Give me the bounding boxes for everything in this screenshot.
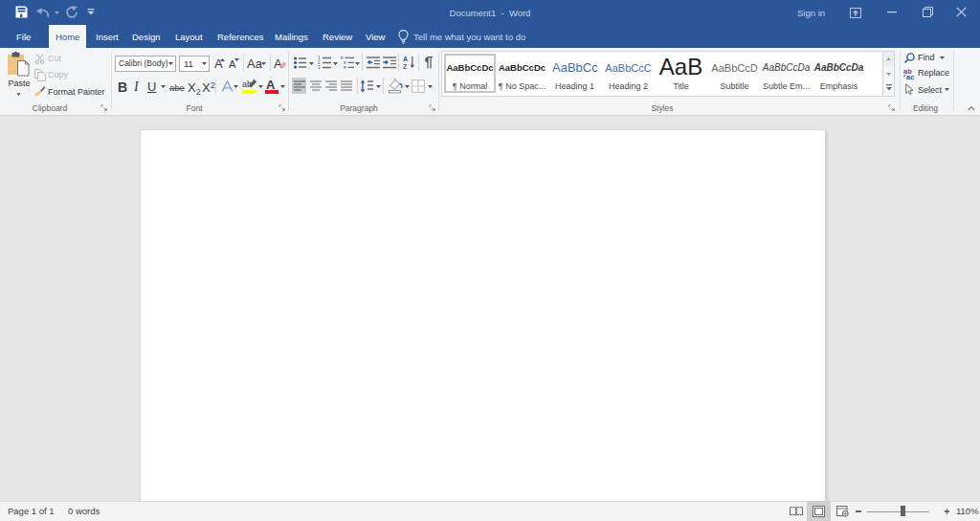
svg-text:Z: Z <box>403 63 408 69</box>
svg-text:3: 3 <box>318 65 321 69</box>
svg-text:ac: ac <box>906 73 914 79</box>
svg-text:A: A <box>403 56 408 62</box>
